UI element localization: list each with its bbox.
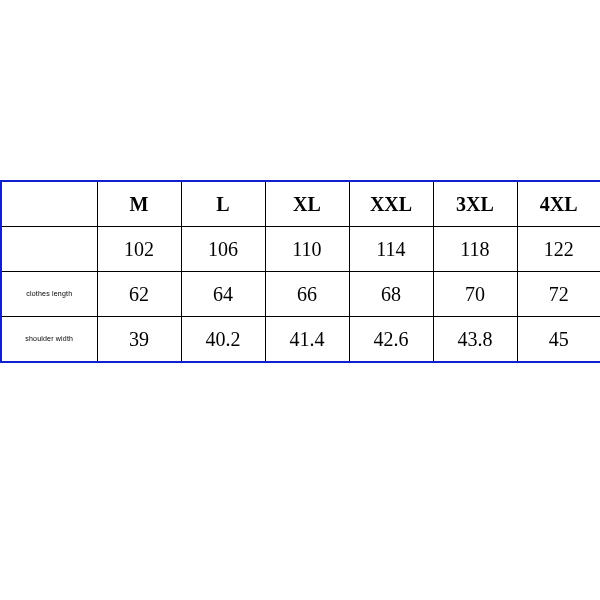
cell: 72 [517,272,600,317]
header-row: M L XL XXL 3XL 4XL [1,181,600,227]
cell: 68 [349,272,433,317]
col-header: M [97,181,181,227]
cell: 41.4 [265,317,349,363]
table-row: shoulder width 39 40.2 41.4 42.6 43.8 45 [1,317,600,363]
col-header: 4XL [517,181,600,227]
cell: 39 [97,317,181,363]
cell: 122 [517,227,600,272]
row-label: shoulder width [1,317,97,363]
cell: 110 [265,227,349,272]
cell: 43.8 [433,317,517,363]
cell: 64 [181,272,265,317]
cell: 40.2 [181,317,265,363]
header-blank [1,181,97,227]
cell: 45 [517,317,600,363]
size-table: M L XL XXL 3XL 4XL 102 106 110 114 118 1… [0,180,600,363]
cell: 42.6 [349,317,433,363]
cell: 102 [97,227,181,272]
cell: 114 [349,227,433,272]
col-header: XL [265,181,349,227]
cell: 66 [265,272,349,317]
cell: 106 [181,227,265,272]
row-label [1,227,97,272]
col-header: L [181,181,265,227]
table-row: 102 106 110 114 118 122 [1,227,600,272]
col-header: XXL [349,181,433,227]
cell: 70 [433,272,517,317]
row-label: clothes length [1,272,97,317]
cell: 118 [433,227,517,272]
table-row: clothes length 62 64 66 68 70 72 [1,272,600,317]
cell: 62 [97,272,181,317]
col-header: 3XL [433,181,517,227]
size-chart: M L XL XXL 3XL 4XL 102 106 110 114 118 1… [0,180,600,363]
